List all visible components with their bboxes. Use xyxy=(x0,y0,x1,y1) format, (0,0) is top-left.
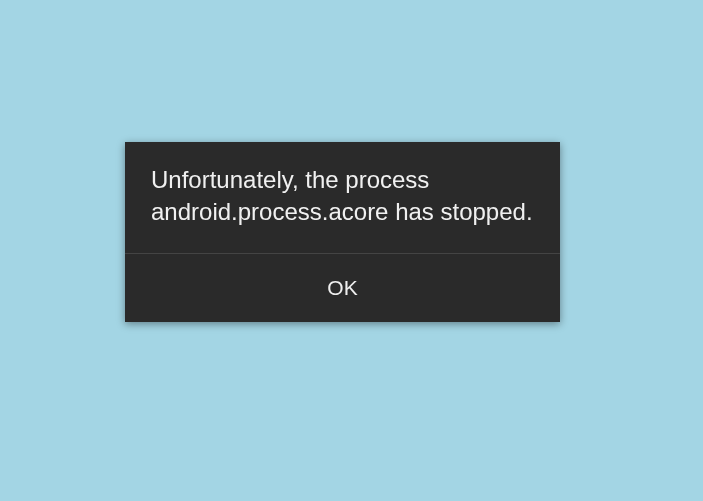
dialog-actions: OK xyxy=(125,254,560,322)
ok-button[interactable]: OK xyxy=(125,254,560,322)
error-dialog: Unfortunately, the process android.proce… xyxy=(125,142,560,322)
dialog-message: Unfortunately, the process android.proce… xyxy=(125,142,560,254)
